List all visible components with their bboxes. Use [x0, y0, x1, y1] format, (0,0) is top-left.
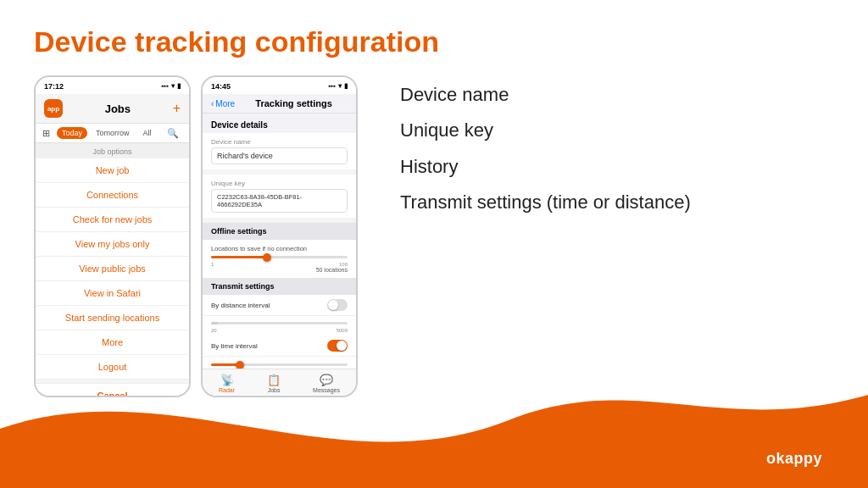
phone1-nav-title: Jobs — [105, 103, 131, 115]
menu-item-view-public[interactable]: View public jobs — [36, 257, 189, 281]
menu-item-check-jobs[interactable]: Check for new jobs — [36, 208, 189, 232]
search-icon[interactable]: 🔍 — [167, 128, 179, 139]
locations-slider[interactable] — [211, 256, 348, 258]
tab-messages-label: Messages — [313, 387, 340, 393]
info-item-history: History — [400, 156, 817, 178]
offline-header: Offline settings — [203, 223, 356, 240]
messages-icon: 💬 — [320, 374, 333, 386]
unique-key-group: Unique key C2232C63-8A38-45DB-BF81-46662… — [203, 175, 356, 218]
slider-thumb — [263, 253, 271, 262]
distance-label: By distance interval — [211, 302, 270, 309]
time-label: By time interval — [211, 342, 258, 350]
phone2-scrollable-content: Device details Device name Richard's dev… — [203, 114, 356, 378]
phone1-status-bar: 17:12 ▪▪▪ ▾ ▮ — [36, 77, 189, 94]
app-icon: app — [44, 99, 63, 118]
wifi-icon: ▾ — [171, 82, 175, 90]
tab-all[interactable]: All — [138, 127, 157, 139]
menu-item-connections[interactable]: Connections — [36, 183, 189, 208]
device-name-label: Device name — [211, 138, 348, 146]
phone2-nav-title: Tracking settings — [240, 98, 348, 108]
phone2-time: 14:45 — [211, 82, 231, 91]
distance-slider-row: 20 5000 — [203, 316, 356, 336]
menu-item-new-job[interactable]: New job — [36, 158, 189, 183]
phone1-nav-bar: app Jobs + — [36, 94, 189, 124]
wifi-icon2: ▾ — [338, 82, 342, 90]
locations-label: Locations to save if no connection — [211, 245, 348, 252]
menu-item-more[interactable]: More — [36, 330, 189, 355]
distance-row: By distance interval — [203, 295, 356, 316]
tab-tomorrow[interactable]: Tomorrow — [91, 127, 135, 139]
battery-icon2: ▮ — [344, 82, 348, 90]
okappy-logo: okappy — [754, 445, 834, 473]
device-name-input[interactable]: Richard's device — [211, 147, 348, 164]
time-slider-fill — [211, 363, 238, 366]
content-row: 17:12 ▪▪▪ ▾ ▮ app Jobs + ⊞ Tod — [34, 75, 834, 397]
distance-toggle[interactable] — [327, 299, 348, 311]
chevron-left-icon: ‹ — [211, 99, 214, 108]
phone2-nav-bar: ‹ More Tracking settings — [203, 94, 356, 114]
cancel-button[interactable]: Cancel — [36, 383, 189, 397]
tab-radar[interactable]: 📡 Radar — [219, 374, 235, 393]
phone2-status-icons: ▪▪▪ ▾ ▮ — [328, 82, 348, 90]
okappy-text: okappy — [766, 450, 822, 468]
menu-item-logout[interactable]: Logout — [36, 355, 189, 380]
transmit-header: Transmit settings — [203, 278, 356, 295]
unique-key-label: Unique key — [211, 180, 348, 187]
tab-radar-label: Radar — [219, 387, 235, 393]
phone2-status-bar: 14:45 ▪▪▪ ▾ ▮ — [203, 77, 356, 94]
page-title: Device tracking configuration — [34, 25, 834, 58]
battery-icon: ▮ — [177, 82, 181, 90]
distance-max: 5000 — [337, 328, 348, 333]
phone1-tab-row: ⊞ Today Tomorrow All 🔍 — [36, 124, 189, 143]
jobs-icon: 📋 — [267, 374, 281, 386]
info-item-device-name: Device name — [400, 84, 817, 106]
info-item-unique-key: Unique key — [400, 119, 817, 141]
time-row: By time interval — [203, 336, 356, 357]
radar-icon: 📡 — [220, 374, 234, 386]
tab-today[interactable]: Today — [57, 127, 87, 139]
device-name-group: Device name Richard's device — [203, 133, 356, 169]
menu-item-view-safari[interactable]: View in Safari — [36, 281, 189, 306]
grid-icon: ⊞ — [42, 128, 50, 139]
signal-icon: ▪▪▪ — [161, 82, 169, 90]
distance-labels: 20 5000 — [211, 328, 348, 333]
time-toggle[interactable] — [327, 340, 348, 352]
time-slider[interactable] — [211, 363, 348, 366]
info-panel: Device name Unique key History Transmit … — [375, 75, 834, 223]
device-section-header: Device details — [203, 114, 356, 133]
info-item-transmit: Transmit settings (time or distance) — [400, 191, 817, 214]
menu-item-view-my-jobs[interactable]: View my jobs only — [36, 232, 189, 257]
menu-item-send-locations[interactable]: Start sending locations — [36, 306, 189, 330]
tab-jobs-label: Jobs — [268, 387, 281, 393]
distance-slider-fill — [211, 322, 218, 324]
back-label: More — [215, 99, 235, 108]
phones-container: 17:12 ▪▪▪ ▾ ▮ app Jobs + ⊞ Tod — [34, 75, 358, 397]
distance-slider[interactable] — [211, 322, 348, 324]
time-slider-thumb — [236, 361, 244, 369]
unique-key-input[interactable]: C2232C63-8A38-45DB-BF81-4666292DE35A — [211, 189, 348, 213]
distance-min: 20 — [211, 328, 217, 333]
tab-messages[interactable]: 💬 Messages — [313, 374, 340, 393]
phone1-mockup: 17:12 ▪▪▪ ▾ ▮ app Jobs + ⊞ Tod — [34, 75, 191, 397]
slider-fill — [211, 256, 265, 258]
menu-section-header: Job options — [36, 143, 189, 158]
phone1-status-icons: ▪▪▪ ▾ ▮ — [161, 82, 181, 90]
phone2-bottom-tabs: 📡 Radar 📋 Jobs 💬 Messages — [203, 369, 356, 396]
tab-jobs[interactable]: 📋 Jobs — [267, 374, 281, 393]
phone2-mockup: 14:45 ▪▪▪ ▾ ▮ ‹ More Tracking settings — [201, 75, 358, 397]
phone1-time: 17:12 — [44, 82, 64, 91]
slider-min: 1 — [211, 262, 214, 267]
offline-section: Locations to save if no connection 1 100… — [203, 240, 356, 278]
page-container: Device tracking configuration 17:12 ▪▪▪ … — [0, 0, 868, 488]
back-button[interactable]: ‹ More — [211, 99, 235, 108]
phone1-add-button[interactable]: + — [173, 101, 181, 116]
signal-icon2: ▪▪▪ — [328, 82, 336, 90]
slider-value: 50 locations — [211, 267, 348, 273]
